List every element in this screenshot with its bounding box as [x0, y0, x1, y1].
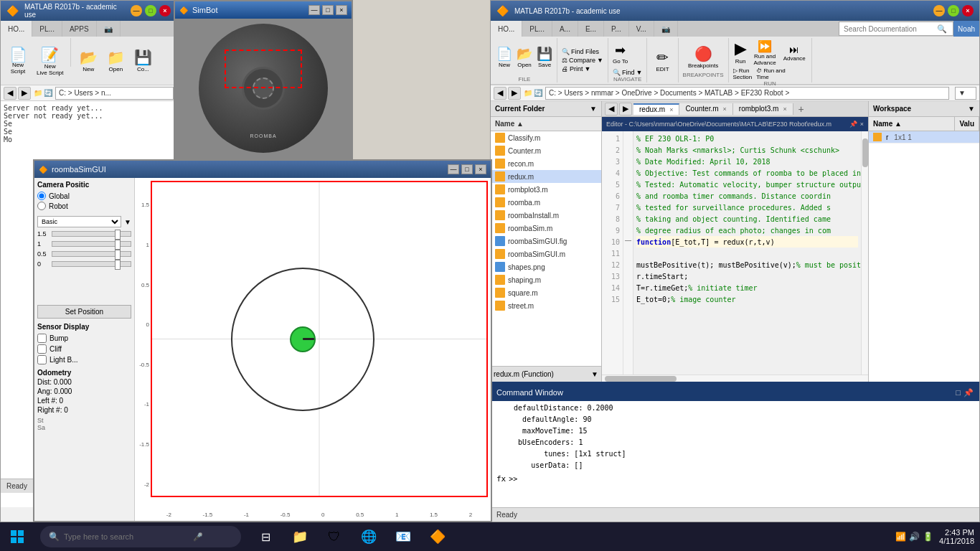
lightb-checkbox-item[interactable]: Light B... — [37, 355, 131, 364]
maximize-button[interactable]: □ — [145, 5, 156, 17]
cmd-input[interactable] — [520, 475, 974, 483]
open-button-left[interactable]: 📁 Open — [103, 38, 128, 83]
add-tab-button[interactable]: + — [793, 103, 809, 115]
tab-e-main[interactable]: E... — [578, 21, 604, 37]
bump-checkbox[interactable] — [37, 334, 47, 343]
editor-forward-btn[interactable]: ▶ — [619, 103, 632, 116]
editor-scrollbar-h[interactable] — [602, 375, 868, 382]
run-advance-button[interactable]: ⏩ Run and Advance — [751, 38, 779, 67]
cliff-checkbox-item[interactable]: Cliff — [37, 344, 131, 354]
start-button[interactable] — [0, 522, 34, 551]
slider-1-track[interactable] — [52, 231, 131, 237]
code-content[interactable]: % EF 230 OLR-1: P0 % Noah Marks <nmarksl… — [633, 131, 861, 375]
search-documentation-box[interactable]: 🔍 — [839, 22, 953, 36]
tab-p-main[interactable]: P... — [604, 21, 629, 37]
slider-4-thumb[interactable] — [115, 260, 121, 270]
run-section-button[interactable]: ▷ Run Section — [732, 67, 754, 80]
main-new-button[interactable]: 📄 New — [495, 44, 514, 70]
tab-camera-left[interactable]: 📷 — [97, 21, 121, 37]
file-shaping[interactable]: shaping.m — [491, 273, 601, 286]
refresh-main[interactable]: 🔄 — [534, 89, 542, 97]
file-roombainstall[interactable]: roombaInstall.m — [491, 209, 601, 222]
camera-robot-radio[interactable] — [37, 202, 46, 210]
refresh-left[interactable]: 🔄 — [44, 89, 52, 97]
find-files-button[interactable]: 🔍 Find Files — [560, 47, 605, 56]
tab-redux-close[interactable]: × — [669, 106, 673, 113]
tab-a-main[interactable]: A... — [552, 21, 578, 37]
tab-rombplot3-close[interactable]: × — [783, 105, 786, 113]
compare-button-left[interactable]: 💾 Co... — [130, 38, 156, 83]
close-button[interactable]: × — [159, 5, 171, 17]
file-counter[interactable]: Counter.m — [491, 144, 601, 157]
view-dropdown[interactable]: Basic — [37, 216, 121, 227]
forward-button-left[interactable]: ▶ — [18, 87, 31, 100]
cmd-pin-btn[interactable]: 📌 — [963, 388, 974, 397]
main-save-button[interactable]: 💾 Save — [535, 44, 554, 70]
search-doc-icon[interactable]: 🔍 — [937, 24, 947, 34]
tab-counter-close[interactable]: × — [723, 105, 727, 113]
file-rombplot3[interactable]: rombplot3.m — [491, 183, 601, 196]
tab-plots-left[interactable]: PL... — [32, 21, 62, 37]
main-address-path[interactable]: C: > Users > nmmar > OneDrive > Document… — [545, 87, 949, 100]
camera-global-radio[interactable] — [37, 192, 46, 200]
slider-3-track[interactable] — [52, 251, 131, 257]
new-script-button-left[interactable]: 📄 New Script — [4, 38, 32, 83]
roomba-close[interactable]: × — [475, 164, 486, 174]
left-address-path[interactable]: C: > Users > n... — [55, 87, 174, 100]
editor-pin-btn[interactable]: 📌 — [849, 121, 857, 128]
slider-3-thumb[interactable] — [115, 250, 121, 260]
forward-button-main[interactable]: ▶ — [508, 87, 521, 100]
function-menu-btn[interactable]: ▼ — [591, 370, 598, 378]
back-button-left[interactable]: ◀ — [4, 87, 17, 100]
task-view-button[interactable]: ⊟ — [250, 522, 281, 551]
find-button[interactable]: 🔍 Find ▼ — [611, 69, 644, 76]
advance-button[interactable]: ⏭ Advance — [781, 38, 809, 67]
goto-button[interactable]: ➡ Go To — [611, 41, 629, 66]
search-documentation-input[interactable] — [844, 25, 937, 33]
command-prompt-row[interactable]: fx >> — [496, 474, 974, 484]
main-close-button[interactable]: × — [962, 5, 974, 17]
new-button-left[interactable]: 📂 New — [75, 38, 101, 83]
file-shapes[interactable]: shapes.png — [491, 260, 601, 273]
dropdown-arrow-icon[interactable]: ▼ — [124, 218, 131, 226]
editor-close-btn[interactable]: × — [860, 121, 864, 128]
editor-back-btn[interactable]: ◀ — [605, 103, 618, 116]
slider-2-thumb[interactable] — [115, 240, 121, 250]
file-explorer-button[interactable]: 📁 — [284, 522, 316, 551]
camera-robot-option[interactable]: Robot — [37, 202, 131, 210]
lightb-checkbox[interactable] — [37, 355, 47, 364]
editor-scrollbar-v[interactable] — [861, 131, 868, 375]
file-classify[interactable]: Classify.m — [491, 131, 601, 144]
user-profile-button[interactable]: Noah — [953, 21, 979, 37]
tab-plots-main[interactable]: PL... — [522, 21, 552, 37]
browse-folder-left[interactable]: 📁 — [34, 89, 42, 97]
roomba-maximize[interactable]: □ — [461, 164, 473, 174]
tab-v-main[interactable]: V... — [629, 21, 654, 37]
file-redux[interactable]: redux.m — [491, 170, 601, 183]
compare-button-main[interactable]: ⚖ Compare ▼ — [560, 56, 605, 65]
current-folder-menu-btn[interactable]: ▼ — [590, 105, 597, 113]
file-roombasimgui-fig[interactable]: roombaSimGUI.fig — [491, 235, 601, 248]
editor-scroll-thumb-v[interactable] — [862, 138, 868, 167]
file-roomba[interactable]: roomba.m — [491, 196, 601, 209]
new-live-script-button[interactable]: 📝 New Live Script — [34, 38, 66, 83]
tab-home-left[interactable]: HO... — [1, 21, 32, 37]
back-button-main[interactable]: ◀ — [494, 87, 507, 100]
command-window-body[interactable]: defaultDistance: 0.2000 defaultAngle: 90… — [491, 401, 979, 507]
tab-cam-main[interactable]: 📷 — [654, 21, 678, 37]
main-address-right[interactable]: ▼ — [955, 87, 976, 100]
simbot-maximize[interactable]: □ — [322, 5, 334, 15]
tab-counter[interactable]: Counter.m × — [679, 103, 732, 115]
file-square[interactable]: square.m — [491, 286, 601, 299]
camera-global-option[interactable]: Global — [37, 192, 131, 200]
main-open-button[interactable]: 📂 Open — [515, 44, 534, 70]
tab-redux[interactable]: redux.m × — [633, 103, 679, 115]
taskbar-search-input[interactable] — [64, 532, 193, 541]
run-time-button[interactable]: ⏱ Run and Time — [755, 67, 786, 80]
mail-button[interactable]: 📧 — [387, 522, 419, 551]
slider-2-track[interactable] — [52, 241, 131, 247]
matlab-taskbar-button[interactable]: 🔶 — [422, 522, 453, 551]
slider-4-track[interactable] — [52, 261, 131, 267]
tab-home-main[interactable]: HO... — [491, 21, 522, 37]
print-button[interactable]: 🖨 Print ▼ — [560, 65, 605, 73]
